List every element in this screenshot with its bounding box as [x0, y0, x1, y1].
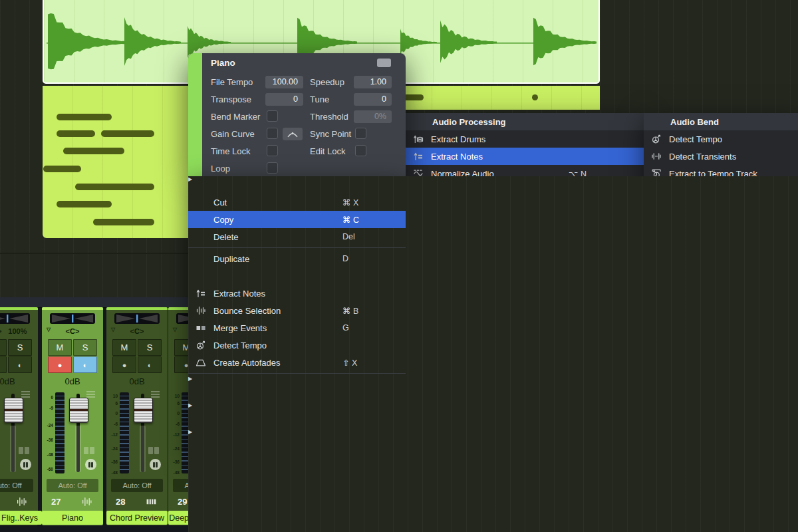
file-tempo-field[interactable]: 100.00: [265, 76, 303, 88]
menu-item-extract-notes[interactable]: Extract Notes: [406, 148, 644, 165]
channel-options-icon[interactable]: [86, 391, 95, 398]
pan-control[interactable]: [0, 313, 30, 324]
automation-mode-button[interactable]: Auto: Off: [111, 479, 163, 492]
channel-name[interactable]: Chord Preview: [106, 511, 168, 525]
insert-chip: [90, 447, 94, 454]
pan-control[interactable]: [114, 313, 160, 324]
menu-item-label: Extract Drums: [431, 134, 644, 144]
midi-note: [93, 219, 154, 225]
db-scale-mark: -9: [42, 406, 53, 410]
pan-control[interactable]: [50, 313, 95, 324]
menu-item-create-autofades[interactable]: Create Autofades⇧ X: [188, 354, 406, 371]
context-menu: Event FX▶Cut⌘ XCopy⌘ CDeleteDelDuplicate…: [188, 176, 406, 457]
solo-button[interactable]: S: [138, 339, 162, 356]
menu-item-shortcut: ⌘ B: [342, 306, 358, 316]
gain-curve-checkbox[interactable]: [267, 128, 278, 139]
bend-marker-checkbox[interactable]: [267, 110, 278, 122]
monitor-button[interactable]: ◐: [8, 356, 32, 373]
automation-mode-button[interactable]: Auto: Off: [47, 479, 98, 492]
menu-item-extract-drums[interactable]: Extract Drums: [406, 130, 644, 148]
menu-item-bounce-selection[interactable]: Bounce Selection⌘ B: [188, 302, 406, 319]
db-scale-mark: -12: [168, 432, 180, 437]
panel-pin-button[interactable]: [377, 59, 391, 67]
channel-name[interactable]: Piano: [42, 511, 103, 525]
menu-item-text: Copy: [213, 215, 406, 225]
pan-dropdown-icon[interactable]: ▽: [47, 327, 51, 332]
channel-strip-27[interactable]: ▽<C>MS●◐0dB0-9-24-36-48-60Auto: Off27Pia…: [42, 307, 103, 525]
time-lock-checkbox[interactable]: [267, 145, 278, 156]
menu-item-detect-transients[interactable]: Detect Transients: [644, 148, 798, 165]
mute-button[interactable]: M: [112, 339, 136, 356]
menu-item-extract-notes[interactable]: Extract Notes: [188, 285, 406, 302]
menu-item-text: Create Autofades: [213, 358, 406, 368]
solo-button[interactable]: S: [8, 339, 32, 356]
volume-readout: 0dB: [42, 376, 103, 386]
channel-strip-28[interactable]: ▽<C>MS●◐0dB1060-6-12-24-36-48Auto: Off28…: [106, 307, 168, 525]
threshold-label: Threshold: [310, 112, 348, 122]
db-scale-mark: -48: [42, 452, 53, 457]
menu-item-copy[interactable]: Copy⌘ C: [188, 211, 406, 228]
menu-item-event[interactable]: EventGeneral operations for events▶: [188, 376, 406, 402]
volume-fader[interactable]: [4, 398, 23, 423]
pan-dropdown-icon[interactable]: ▽: [111, 327, 115, 332]
record-monitor-row: ●◐: [0, 356, 32, 373]
edit-lock-checkbox[interactable]: [355, 145, 366, 156]
pan-value-row[interactable]: ▽<C>: [106, 326, 168, 336]
menu-item-shortcut: ⇧ X: [342, 358, 357, 368]
db-scale-mark: -48: [106, 470, 118, 475]
db-scale-mark: 0: [42, 395, 53, 400]
menu-item-event-fx[interactable]: Event FX▶: [188, 176, 406, 194]
automation-mode-button[interactable]: Auto: Off: [0, 479, 33, 492]
tune-field[interactable]: 0: [354, 93, 392, 106]
pan-value-row[interactable]: <C>100%: [0, 326, 38, 336]
speedup-label: Speedup: [310, 77, 344, 87]
mute-button[interactable]: M: [0, 339, 7, 356]
db-scale-mark: -6: [168, 422, 180, 426]
loop-checkbox[interactable]: [267, 162, 278, 174]
menu-item-label: Extract Notes: [213, 289, 406, 299]
waveform-icon: [16, 496, 27, 507]
detect-tempo-icon: [188, 340, 213, 350]
midi-region[interactable]: [43, 86, 202, 238]
channel-strip-left[interactable]: <C>100%MS●◐0dB1060-6-12-24-36-48Auto: Of…: [0, 307, 38, 525]
record-arm-button[interactable]: ●: [48, 356, 72, 373]
channel-name[interactable]: Flig..Keys: [0, 511, 42, 525]
menu-item-audio[interactable]: AudioOperations specific to audio events…: [188, 402, 406, 429]
pan-value-row[interactable]: ▽<C>: [42, 326, 103, 336]
solo-button[interactable]: S: [73, 339, 97, 356]
menu-item-shortcut: D: [342, 254, 348, 263]
speedup-field[interactable]: 1.00: [354, 76, 392, 88]
channel-options-icon[interactable]: [21, 391, 30, 398]
menu-item-label: Detect Tempo: [213, 340, 406, 350]
menu-item-label: Create Autofades: [213, 358, 406, 368]
pan-dropdown-icon[interactable]: ▽: [173, 327, 177, 332]
menu-item-duplicate[interactable]: DuplicateD: [188, 250, 406, 267]
waveform-icon: [188, 305, 213, 316]
menu-item-cut[interactable]: Cut⌘ X: [188, 194, 406, 211]
volume-fader[interactable]: [134, 398, 153, 423]
menu-item-instrument-parts[interactable]: Instrument PartsOperations specific to i…: [188, 429, 406, 456]
menu-item-label: Detect Tempo: [669, 134, 798, 144]
gain-curve-shape-button[interactable]: [283, 128, 303, 140]
record-arm-button[interactable]: ●: [0, 356, 7, 373]
sync-point-checkbox[interactable]: [355, 128, 366, 139]
menu-item-merge-events[interactable]: Merge EventsG: [188, 319, 406, 336]
menu-item-detect-tempo[interactable]: Detect Tempo: [644, 130, 798, 148]
threshold-field[interactable]: 0%: [354, 110, 392, 123]
record-arm-button[interactable]: ●: [112, 356, 136, 373]
mute-button[interactable]: M: [48, 339, 72, 356]
menu-item-delete[interactable]: DeleteDel: [188, 228, 406, 245]
channel-options-icon[interactable]: [151, 391, 160, 398]
volume-fader[interactable]: [69, 398, 88, 423]
transpose-field[interactable]: 0: [265, 93, 303, 106]
monitor-button[interactable]: ◐: [138, 356, 162, 373]
transpose-label: Transpose: [211, 94, 251, 104]
mute-solo-row: MS: [48, 339, 97, 356]
monitor-button[interactable]: ◐: [73, 356, 97, 373]
channel-number: 28: [116, 497, 125, 507]
insert-chip: [148, 447, 153, 454]
pan-meter-icon: [85, 459, 96, 470]
menu-item-detect-tempo[interactable]: Detect Tempo: [188, 336, 406, 354]
midi-note: [532, 94, 538, 100]
track-color-bar: [0, 307, 38, 310]
